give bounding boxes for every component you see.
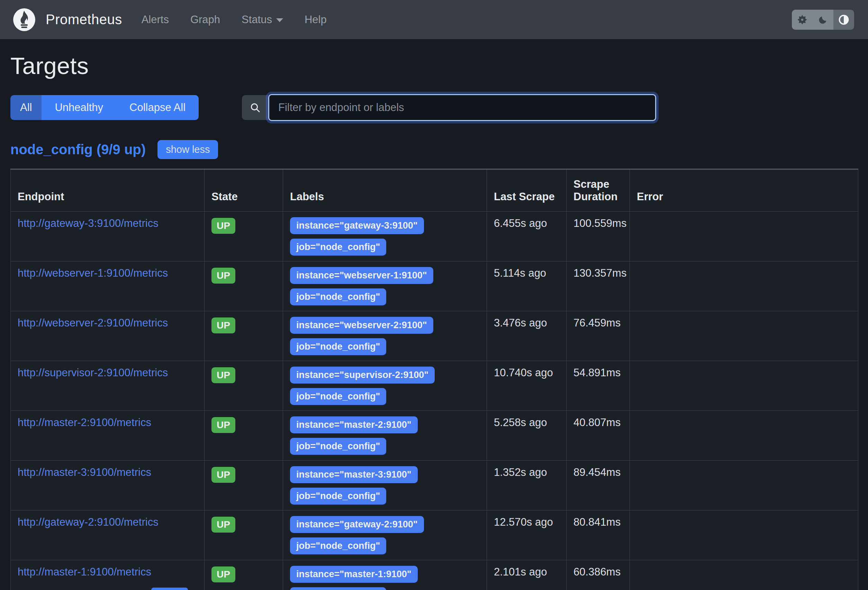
search-icon: [249, 102, 261, 113]
label-pill: job="node_config": [290, 288, 386, 305]
last-scrape-value: 5.258s ago: [487, 410, 567, 460]
table-row: http://master-3:9100/metrics UP instance…: [11, 460, 858, 510]
label-pill: instance="master-2:9100": [290, 416, 418, 433]
scrape-duration-value: 89.454ms: [567, 460, 630, 510]
search-input[interactable]: [268, 94, 656, 121]
search-button[interactable]: [242, 95, 268, 120]
endpoint-link[interactable]: http://master-2:9100/metrics: [18, 416, 151, 428]
header-last-scrape: Last Scrape: [487, 169, 567, 211]
label-pill: instance="webserver-2:9100": [290, 317, 433, 334]
label-pill: job="node_config": [290, 537, 386, 555]
nav-link-help[interactable]: Help: [304, 13, 327, 26]
label-pill: job="node_config": [290, 438, 386, 455]
last-scrape-value: 1.352s ago: [487, 460, 567, 510]
prometheus-logo-icon: [12, 7, 36, 32]
theme-toggle-group: [792, 10, 854, 30]
table-row: http://supervisor-2:9100/metrics UP inst…: [11, 361, 858, 410]
navbar: Prometheus Alerts Graph Status Help: [0, 0, 868, 39]
error-value: [630, 211, 858, 261]
last-scrape-value: 6.455s ago: [487, 211, 567, 261]
scrape-duration-value: 60.386ms: [567, 560, 630, 590]
endpoint-link[interactable]: http://webserver-1:9100/metrics: [18, 267, 168, 279]
endpoint-link[interactable]: http://master-3:9100/metrics: [18, 466, 151, 478]
state-badge: UP: [211, 218, 235, 234]
nav-link-status-dropdown[interactable]: Status: [242, 13, 283, 26]
scrape-duration-value: 76.459ms: [567, 311, 630, 361]
last-scrape-value: 3.476s ago: [487, 311, 567, 361]
scrape-duration-value: 130.357ms: [567, 261, 630, 311]
scrape-duration-value: 80.841ms: [567, 510, 630, 560]
endpoint-link[interactable]: http://gateway-2:9100/metrics: [18, 516, 158, 528]
error-value: [630, 261, 858, 311]
error-value: [630, 510, 858, 560]
sun-icon: [797, 15, 807, 25]
search-group: [242, 95, 656, 120]
scrape-duration-value: 40.807ms: [567, 410, 630, 460]
error-value: [630, 460, 858, 510]
state-badge: UP: [211, 367, 235, 383]
main-content: Targets All Unhealthy Collapse All node_…: [0, 52, 868, 590]
label-pill: job="node_config": [290, 587, 386, 590]
nav-links: Alerts Graph Status Help: [142, 13, 327, 26]
label-pill: job="node_config": [290, 338, 386, 355]
last-scrape-value: 5.114s ago: [487, 261, 567, 311]
theme-dark-button[interactable]: [813, 10, 833, 30]
error-value: [630, 311, 858, 361]
label-pill: instance="webserver-1:9100": [290, 267, 433, 284]
filter-unhealthy-button[interactable]: Unhealthy: [41, 95, 116, 120]
labels-cell: instance="master-2:9100"job="node_config…: [290, 416, 480, 455]
filter-button-group: All Unhealthy Collapse All: [10, 95, 199, 120]
scrape-duration-value: 54.891ms: [567, 361, 630, 410]
filter-controls: All Unhealthy Collapse All: [10, 95, 858, 120]
header-scrape-duration: Scrape Duration: [567, 169, 630, 211]
label-pill: instance="supervisor-2:9100": [290, 366, 435, 384]
header-endpoint: Endpoint: [11, 169, 205, 211]
table-row: http://webserver-1:9100/metrics UP insta…: [11, 261, 858, 311]
error-value: [630, 410, 858, 460]
targets-table-body: http://gateway-3:9100/metrics UP instanc…: [11, 211, 858, 590]
scrape-duration-value: 100.559ms: [567, 211, 630, 261]
labels-cell: instance="gateway-2:9100"job="node_confi…: [290, 516, 480, 555]
label-pill: job="node_config": [290, 238, 386, 256]
state-badge: UP: [211, 566, 235, 583]
theme-auto-button[interactable]: [833, 10, 854, 30]
moon-icon: [818, 15, 828, 25]
labels-cell: instance="webserver-2:9100"job="node_con…: [290, 317, 480, 355]
header-error: Error: [630, 169, 858, 211]
table-header: Endpoint State Labels Last Scrape Scrape…: [11, 169, 858, 211]
collapse-all-button[interactable]: Collapse All: [116, 95, 199, 120]
last-scrape-value: 12.570s ago: [487, 510, 567, 560]
label-pill: job="node_config": [290, 388, 386, 405]
nav-link-graph[interactable]: Graph: [190, 13, 220, 26]
table-row: http://webserver-2:9100/metrics UP insta…: [11, 311, 858, 361]
job-group-title[interactable]: node_config (9/9 up): [10, 142, 146, 157]
nav-link-alerts[interactable]: Alerts: [142, 13, 169, 26]
endpoint-link[interactable]: http://gateway-3:9100/metrics: [18, 217, 158, 229]
label-pill: instance="master-1:9100": [290, 566, 418, 583]
header-labels: Labels: [283, 169, 487, 211]
label-pill: instance="master-3:9100": [290, 466, 418, 483]
filter-all-button[interactable]: All: [10, 95, 41, 120]
state-badge: UP: [211, 417, 235, 433]
endpoint-link[interactable]: http://master-1:9100/metrics: [18, 566, 151, 578]
table-row: http://gateway-2:9100/metrics UP instanc…: [11, 510, 858, 560]
state-badge: UP: [211, 517, 235, 533]
targets-table: Endpoint State Labels Last Scrape Scrape…: [10, 169, 858, 590]
brand[interactable]: Prometheus: [12, 7, 122, 32]
table-row: http://master-1:9100/metrics UP instance…: [11, 560, 858, 590]
chevron-down-icon: [276, 18, 283, 22]
last-scrape-value: 2.101s ago: [487, 560, 567, 590]
labels-cell: instance="master-3:9100"job="node_config…: [290, 466, 480, 505]
error-value: [630, 361, 858, 410]
last-scrape-value: 10.740s ago: [487, 361, 567, 410]
endpoint-link[interactable]: http://supervisor-2:9100/metrics: [18, 366, 168, 379]
endpoint-link[interactable]: http://webserver-2:9100/metrics: [18, 317, 168, 329]
show-less-button[interactable]: show less: [158, 140, 218, 159]
theme-light-button[interactable]: [792, 10, 813, 30]
next-section-button-sliver[interactable]: [151, 588, 188, 590]
header-state: State: [205, 169, 283, 211]
table-row: http://master-2:9100/metrics UP instance…: [11, 410, 858, 460]
job-group-header: node_config (9/9 up) show less: [10, 140, 858, 159]
error-value: [630, 560, 858, 590]
state-badge: UP: [211, 318, 235, 333]
